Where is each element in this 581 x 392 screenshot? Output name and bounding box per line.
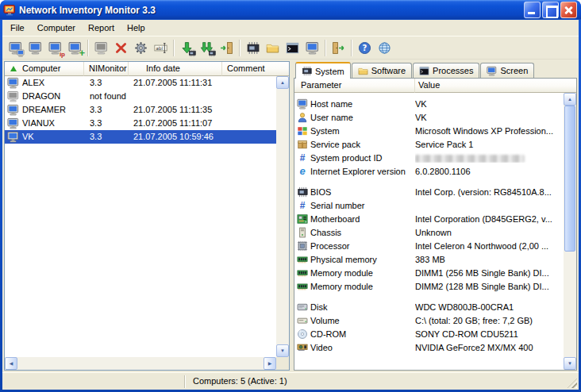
scroll-right-button[interactable]: ▶	[264, 357, 276, 370]
show-system-button[interactable]	[243, 38, 263, 58]
parameter-value: DIMM2 (128 MB Single Bank) DI...	[415, 282, 564, 291]
computer-row-alex[interactable]: ALEX 3.3 21.07.2005 11:11:31	[5, 76, 276, 90]
import-info-button[interactable]	[217, 38, 237, 58]
parameter-label: Chassis	[310, 228, 415, 237]
scroll-track[interactable]	[276, 89, 289, 344]
computer-icon	[7, 104, 19, 116]
cdrom-icon	[294, 329, 310, 340]
detail-row-processor[interactable]: Processor Intel Celeron 4 Northwood (2,0…	[294, 239, 564, 252]
column-header-comment[interactable]: Comment	[222, 62, 289, 76]
detail-row-cdrom[interactable]: CD-ROM SONY CD-ROM CDU5211	[294, 327, 564, 340]
detail-row-service-pack[interactable]: Service pack Service Pack 1	[294, 137, 564, 151]
close-button[interactable]	[560, 2, 577, 18]
computer-row-dragon[interactable]: DRAGON not found	[5, 90, 276, 103]
scroll-left-button[interactable]: ◀	[5, 357, 17, 370]
column-header-nimonitor[interactable]: NIMonitor	[84, 62, 129, 76]
titlebar[interactable]: Network Inventory Monitor 3.3	[0, 0, 581, 20]
disk-icon	[294, 302, 310, 313]
motherboard-icon	[294, 213, 310, 225]
tab-software[interactable]: Software	[352, 63, 412, 78]
scroll-down-button[interactable]: ▼	[564, 357, 576, 370]
export-report-button[interactable]	[329, 38, 348, 58]
rename-computer-button[interactable]	[151, 38, 171, 58]
menu-report[interactable]: Report	[82, 21, 121, 36]
add-ip-range-button[interactable]	[45, 38, 65, 58]
detail-row-system[interactable]: System Microsoft Windows XP Profession..…	[294, 124, 564, 137]
detail-row-physical-memory[interactable]: Physical memory 383 MB	[294, 252, 564, 266]
maximize-button[interactable]	[542, 2, 559, 18]
column-header-computer[interactable]: Computer	[5, 62, 84, 76]
computer-row-dreamer[interactable]: DREAMER 3.3 21.07.2005 11:11:35	[5, 103, 276, 117]
column-header-info-date[interactable]: Info date	[129, 62, 222, 76]
edit-computer-button[interactable]	[91, 38, 111, 58]
tab-bar: System Software Processes Screen	[294, 61, 577, 78]
console-icon	[285, 40, 300, 56]
show-software-button[interactable]	[263, 38, 283, 58]
menu-computer[interactable]: Computer	[31, 21, 82, 36]
get-info-all-icon	[199, 40, 214, 56]
computer-row-vk-selected[interactable]: VK 3.3 21.07.2005 10:59:46	[5, 130, 276, 144]
get-info-icon	[179, 40, 194, 56]
scroll-track[interactable]	[564, 106, 576, 357]
export-icon	[331, 40, 346, 56]
computers-vertical-scrollbar[interactable]: ▲ ▼	[276, 76, 289, 357]
computer-name: DREAMER	[22, 103, 66, 117]
website-button[interactable]	[375, 38, 394, 58]
parameter-value: DIMM1 (256 MB Single Bank) DI...	[415, 268, 564, 278]
detail-row-motherboard[interactable]: Motherboard Intel Corporation (D845GERG2…	[294, 212, 564, 225]
options-button[interactable]	[131, 38, 151, 58]
toolbar	[2, 36, 579, 60]
column-header-parameter[interactable]: Parameter	[294, 79, 415, 93]
details-vertical-scrollbar[interactable]: ▲ ▼	[564, 93, 576, 370]
computer-row-vianux[interactable]: VIANUX 3.3 21.07.2005 11:11:07	[5, 117, 276, 130]
detail-row-system-product-id[interactable]: System product ID	[294, 151, 564, 164]
tab-screen[interactable]: Screen	[480, 63, 534, 78]
detail-row-memory-module-2[interactable]: Memory module DIMM2 (128 MB Single Bank)…	[294, 279, 564, 293]
menu-file[interactable]: File	[4, 21, 31, 36]
detail-row-volume[interactable]: Volume C:\ (total: 20 GB; free: 7,2 GB)	[294, 313, 564, 327]
scroll-thumb[interactable]	[564, 106, 575, 252]
computer-name: DRAGON	[22, 90, 60, 103]
tab-label: System	[315, 64, 344, 79]
import-computers-button[interactable]	[65, 38, 85, 58]
get-info-all-button[interactable]	[197, 38, 217, 58]
detail-row-bios[interactable]: BIOS Intel Corp. (version: RG84510A.8...	[294, 185, 564, 198]
app-window: Network Inventory Monitor 3.3 File Compu…	[0, 0, 581, 392]
delete-computer-button[interactable]	[111, 38, 131, 58]
find-computers-button[interactable]	[6, 38, 25, 58]
detail-row-serial-number[interactable]: Serial number	[294, 198, 564, 212]
parameter-label: Service pack	[310, 140, 415, 149]
detail-row-disk[interactable]: Disk WDC WD800JB-00CRA1	[294, 300, 564, 313]
parameter-value: C:\ (total: 20 GB; free: 7,2 GB)	[415, 316, 564, 325]
computer-icon	[294, 98, 310, 110]
detail-row-user-name[interactable]: User name VK	[294, 110, 564, 124]
tab-system[interactable]: System	[295, 62, 351, 79]
get-info-button[interactable]	[177, 38, 197, 58]
add-ip-range-icon	[48, 40, 63, 56]
add-computer-button[interactable]	[25, 38, 45, 58]
hash-icon	[294, 152, 310, 163]
scroll-up-button[interactable]: ▲	[276, 76, 289, 89]
minimize-button[interactable]	[524, 2, 541, 18]
column-header-value[interactable]: Value	[415, 79, 576, 93]
parameter-value: Service Pack 1	[415, 140, 564, 149]
tab-processes[interactable]: Processes	[413, 63, 479, 78]
detail-row-host-name[interactable]: Host name VK	[294, 97, 564, 110]
computers-horizontal-scrollbar[interactable]: ◀ ▶	[5, 357, 276, 370]
user-icon	[294, 112, 310, 123]
monitor-icon	[305, 40, 320, 56]
detail-row-video[interactable]: Video NVIDIA GeForce2 MX/MX 400	[294, 340, 564, 354]
windows-icon	[294, 125, 310, 136]
show-screen-button[interactable]	[302, 38, 322, 58]
detail-row-chassis[interactable]: Chassis Unknown	[294, 225, 564, 239]
scroll-track[interactable]	[17, 357, 264, 370]
parameter-value: SONY CD-ROM CDU5211	[415, 329, 564, 339]
scroll-down-button[interactable]: ▼	[276, 344, 289, 357]
detail-row-ie-version[interactable]: Internet Explorer version 6.0.2800.1106	[294, 164, 564, 178]
menu-help[interactable]: Help	[121, 21, 152, 36]
help-button[interactable]	[355, 38, 375, 58]
detail-row-memory-module-1[interactable]: Memory module DIMM1 (256 MB Single Bank)…	[294, 266, 564, 279]
parameter-label: Serial number	[310, 201, 415, 210]
scroll-up-button[interactable]: ▲	[564, 93, 576, 106]
show-processes-button[interactable]	[283, 38, 302, 58]
